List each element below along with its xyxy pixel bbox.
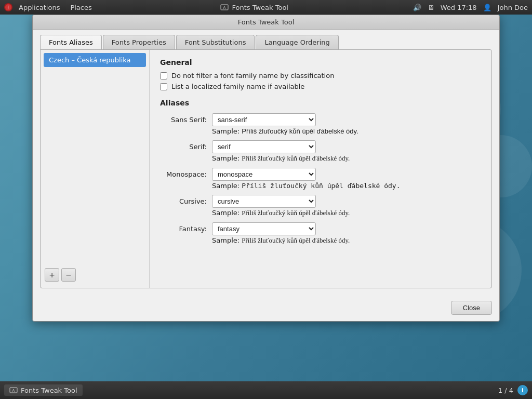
alias-label-serif: Serif: <box>160 143 207 151</box>
tab-fonts-properties[interactable]: Fonts Properties <box>103 35 175 49</box>
dialog-footer: Close <box>33 296 499 321</box>
top-panel-left: f Applications Places <box>4 3 96 12</box>
content-area: General Do not filter a font family name… <box>150 50 491 288</box>
alias-sample-fantasy: Sample: Příliš žluťoučký kůň úpěl ďábels… <box>212 236 481 245</box>
aliases-section-title: Aliases <box>160 99 481 107</box>
dialog-title: Fonts Tweak Tool <box>238 18 295 26</box>
top-app-label: Fonts Tweak Tool <box>232 4 288 11</box>
alias-row-sans-serif: Sans Serif: sans-serif Arial Helvetica S… <box>160 113 481 138</box>
dialog-content: Fonts Aliases Fonts Properties Font Subs… <box>33 30 499 296</box>
alias-select-sans-serif[interactable]: sans-serif Arial Helvetica <box>212 113 316 126</box>
taskbar-app-label: Fonts Tweak Tool <box>21 387 77 394</box>
sample-text-cursive: Příliš žluťoučký kůň úpěl ďábelské ódy. <box>242 209 350 217</box>
alias-row-fantasy: Fantasy: fantasy Impact Papyrus Sample: … <box>160 222 481 248</box>
checkbox-no-filter[interactable] <box>160 72 167 79</box>
alias-sample-sans-serif: Sample: Příliš žluťoučký kůň úpěl ďábels… <box>212 127 481 135</box>
alias-row-cursive: Cursive: cursive Comic Sans MS Brush Scr… <box>160 195 481 220</box>
applications-menu[interactable]: Applications <box>15 3 64 12</box>
alias-label-cursive: Cursive: <box>160 197 207 205</box>
sidebar-add-button[interactable]: + <box>45 268 59 282</box>
checkbox-localized-label: List a localized family name if availabl… <box>171 83 304 90</box>
sample-prefix-sans-serif: Sample: <box>212 127 240 135</box>
checkbox-row-2: List a localized family name if availabl… <box>160 83 481 90</box>
sample-prefix-fantasy: Sample: <box>212 236 240 244</box>
taskbar-app-icon: A <box>9 386 18 394</box>
display-icon[interactable]: 🖥 <box>428 4 434 11</box>
alias-label-sans-serif: Sans Serif: <box>160 116 207 124</box>
close-button[interactable]: Close <box>451 301 492 315</box>
dialog-window: Fonts Tweak Tool Fonts Aliases Fonts Pro… <box>32 15 500 322</box>
alias-sample-serif: Sample: Příliš žluťoučký kůň úpěl ďábels… <box>212 154 481 163</box>
alias-top-sans-serif: Sans Serif: sans-serif Arial Helvetica <box>160 113 481 126</box>
sidebar-remove-button[interactable]: − <box>61 268 76 282</box>
app-icon-top: A <box>220 3 229 11</box>
main-panel: Czech – Česká republika + − General Do n… <box>40 49 492 288</box>
svg-text:A: A <box>12 389 15 393</box>
sample-text-monospace: Příliš žluťoučký kůň úpěl ďábelské ódy. <box>242 182 400 190</box>
alias-select-serif[interactable]: serif Times New Roman Georgia <box>212 140 316 153</box>
alias-top-fantasy: Fantasy: fantasy Impact Papyrus <box>160 222 481 235</box>
info-badge[interactable]: i <box>517 385 528 395</box>
general-section-title: General <box>160 58 481 66</box>
fedora-icon: f <box>4 3 12 11</box>
clock-label: Wed 17:18 <box>441 4 477 11</box>
sample-prefix-serif: Sample: <box>212 154 240 162</box>
top-panel-center: A Fonts Tweak Tool <box>96 3 413 11</box>
checkbox-row-1: Do not filter a font family name by clas… <box>160 72 481 79</box>
fedora-svg: f <box>5 4 12 11</box>
sample-prefix-monospace: Sample: <box>212 182 240 190</box>
svg-text:f: f <box>8 6 9 10</box>
top-panel-right: 🔊 🖥 Wed 17:18 👤 John Doe <box>413 4 528 11</box>
alias-select-cursive[interactable]: cursive Comic Sans MS Brush Script MT <box>212 195 316 208</box>
alias-row-serif: Serif: serif Times New Roman Georgia Sam… <box>160 140 481 166</box>
checkbox-localized[interactable] <box>160 83 167 90</box>
svg-text:A: A <box>223 6 226 10</box>
top-panel: f Applications Places A Fonts Tweak Tool… <box>0 0 532 15</box>
bottom-panel-right: 1 / 4 i <box>498 385 528 395</box>
taskbar-app-item[interactable]: A Fonts Tweak Tool <box>4 384 83 396</box>
user-icon: 👤 <box>483 4 491 11</box>
alias-sample-cursive: Sample: Příliš žluťoučký kůň úpěl ďábels… <box>212 209 481 217</box>
sidebar-bottom: + − <box>44 265 146 285</box>
sidebar: Czech – Česká republika + − <box>41 50 150 288</box>
sidebar-item-czech[interactable]: Czech – Česká republika <box>44 53 146 67</box>
alias-select-fantasy[interactable]: fantasy Impact Papyrus <box>212 222 316 235</box>
checkbox-no-filter-label: Do not filter a font family name by clas… <box>171 72 334 79</box>
alias-top-serif: Serif: serif Times New Roman Georgia <box>160 140 481 153</box>
pager-label: 1 / 4 <box>498 387 513 394</box>
alias-row-monospace: Monospace: monospace Courier New Courier… <box>160 168 481 193</box>
sample-text-sans-serif: Příliš žluťoučký kůň úpěl ďábelské ódy. <box>242 127 358 135</box>
alias-select-monospace[interactable]: monospace Courier New Courier <box>212 168 316 181</box>
tab-fonts-aliases[interactable]: Fonts Aliases <box>40 35 102 49</box>
sample-prefix-cursive: Sample: <box>212 209 240 217</box>
volume-icon[interactable]: 🔊 <box>413 4 421 11</box>
sample-text-fantasy: Příliš žluťoučký kůň úpěl ďábelské ódy. <box>242 236 350 244</box>
tab-language-ordering[interactable]: Language Ordering <box>256 35 338 49</box>
alias-top-monospace: Monospace: monospace Courier New Courier <box>160 168 481 181</box>
bottom-panel: A Fonts Tweak Tool 1 / 4 i <box>0 381 532 399</box>
title-bar: Fonts Tweak Tool <box>33 15 499 30</box>
alias-label-monospace: Monospace: <box>160 170 207 178</box>
places-menu[interactable]: Places <box>66 3 96 12</box>
tab-font-substitutions[interactable]: Font Substitutions <box>176 35 255 49</box>
alias-top-cursive: Cursive: cursive Comic Sans MS Brush Scr… <box>160 195 481 208</box>
tabs-bar: Fonts Aliases Fonts Properties Font Subs… <box>40 35 492 49</box>
user-label: John Doe <box>498 4 528 11</box>
sample-text-serif: Příliš žluťoučký kůň úpěl ďábelské ódy. <box>242 154 350 162</box>
alias-sample-monospace: Sample: Příliš žluťoučký kůň úpěl ďábels… <box>212 182 481 190</box>
alias-label-fantasy: Fantasy: <box>160 225 207 233</box>
